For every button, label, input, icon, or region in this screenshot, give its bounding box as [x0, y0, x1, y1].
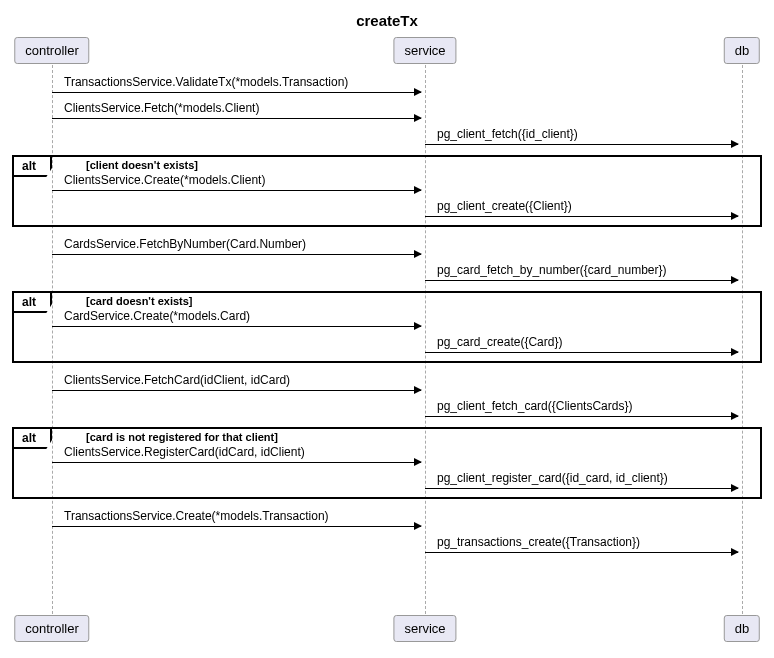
- participant-db-bottom: db: [724, 615, 760, 642]
- alt-condition: [card doesn't exists]: [86, 295, 193, 307]
- msg-label: pg_client_register_card({id_card, id_cli…: [437, 471, 668, 485]
- msg-label: CardService.Create(*models.Card): [64, 309, 250, 323]
- alt-label: alt: [14, 157, 52, 177]
- participant-db-top: db: [724, 37, 760, 64]
- msg-label: ClientsService.Create(*models.Client): [64, 173, 265, 187]
- alt-label: alt: [14, 429, 52, 449]
- msg-label: ClientsService.FetchCard(idClient, idCar…: [64, 373, 290, 387]
- participant-controller-top: controller: [14, 37, 89, 64]
- msg-label: TransactionsService.ValidateTx(*models.T…: [64, 75, 348, 89]
- alt-condition: [card is not registered for that client]: [86, 431, 278, 443]
- msg-label: ClientsService.Fetch(*models.Client): [64, 101, 259, 115]
- participant-controller-bottom: controller: [14, 615, 89, 642]
- alt-label: alt: [14, 293, 52, 313]
- msg-label: pg_client_fetch({id_client}): [437, 127, 578, 141]
- msg-label: pg_transactions_create({Transaction}): [437, 535, 640, 549]
- msg-label: pg_card_fetch_by_number({card_number}): [437, 263, 666, 277]
- diagram-title: createTx: [12, 12, 762, 29]
- msg-label: pg_client_fetch_card({ClientsCards}): [437, 399, 632, 413]
- alt-condition: [client doesn't exists]: [86, 159, 198, 171]
- participant-service-top: service: [393, 37, 456, 64]
- participant-service-bottom: service: [393, 615, 456, 642]
- msg-label: pg_card_create({Card}): [437, 335, 562, 349]
- sequence-diagram: controller service db controller service…: [12, 37, 762, 642]
- msg-label: ClientsService.RegisterCard(idCard, idCl…: [64, 445, 305, 459]
- msg-label: CardsService.FetchByNumber(Card.Number): [64, 237, 306, 251]
- msg-label: TransactionsService.Create(*models.Trans…: [64, 509, 329, 523]
- msg-label: pg_client_create({Client}): [437, 199, 572, 213]
